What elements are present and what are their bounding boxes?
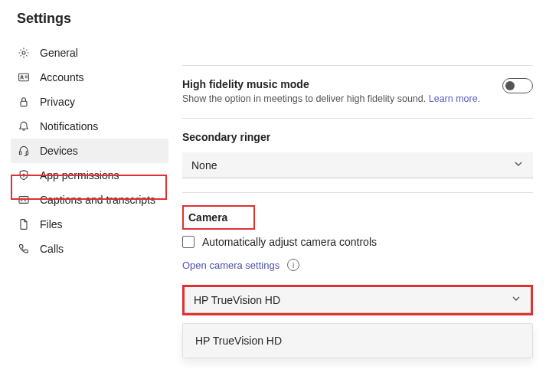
- section-secondary-ringer: Secondary ringer None: [182, 119, 533, 192]
- shield-key-icon: [17, 168, 31, 182]
- section-music-mode: High fidelity music mode Show the option…: [182, 66, 533, 118]
- sidebar-item-label: Notifications: [40, 120, 98, 132]
- sidebar-item-calls[interactable]: Calls: [11, 237, 168, 261]
- sidebar-item-label: General: [40, 47, 78, 59]
- camera-select[interactable]: HP TrueVision HD: [185, 287, 531, 313]
- sidebar-item-privacy[interactable]: Privacy: [11, 90, 168, 114]
- camera-select-value: HP TrueVision HD: [194, 294, 280, 306]
- info-icon[interactable]: i: [287, 259, 299, 271]
- sidebar-item-accounts[interactable]: Accounts: [11, 65, 168, 90]
- svg-point-0: [22, 51, 25, 54]
- phone-icon: [17, 242, 31, 256]
- open-camera-settings-link[interactable]: Open camera settings: [182, 260, 280, 271]
- headset-icon: [17, 144, 31, 158]
- secondary-ringer-select[interactable]: None: [182, 152, 533, 178]
- file-icon: [17, 217, 31, 231]
- svg-point-6: [23, 174, 25, 175]
- gear-icon: [17, 46, 31, 60]
- chevron-down-icon: [511, 293, 521, 306]
- sidebar: General Accounts Privacy Notifications D…: [0, 34, 168, 392]
- id-card-icon: [17, 70, 31, 84]
- sidebar-item-app-permissions[interactable]: App permissions: [11, 163, 168, 188]
- checkbox-icon[interactable]: [182, 236, 195, 248]
- music-mode-desc: Show the option in meetings to deliver h…: [182, 93, 480, 104]
- section-camera: Camera Automatically adjust camera contr…: [182, 193, 533, 372]
- svg-rect-4: [19, 152, 21, 155]
- chevron-down-icon: [513, 158, 524, 172]
- sidebar-item-files[interactable]: Files: [11, 212, 168, 237]
- secondary-ringer-value: None: [191, 159, 217, 172]
- music-mode-toggle[interactable]: [502, 78, 533, 93]
- highlight-camera-select: HP TrueVision HD: [182, 285, 533, 315]
- music-mode-title: High fidelity music mode: [182, 78, 309, 90]
- camera-title: Camera: [188, 211, 227, 224]
- svg-rect-1: [19, 74, 29, 81]
- camera-option[interactable]: HP TrueVision HD: [183, 324, 532, 358]
- sidebar-item-label: Files: [40, 218, 63, 230]
- camera-select-dropdown: HP TrueVision HD: [182, 323, 533, 358]
- svg-point-2: [21, 76, 23, 78]
- sidebar-item-label: Accounts: [40, 71, 84, 83]
- sidebar-item-label: Calls: [40, 243, 64, 255]
- bell-icon: [17, 119, 31, 133]
- sidebar-item-captions[interactable]: Captions and transcripts: [11, 188, 168, 212]
- learn-more-link[interactable]: Learn more.: [429, 93, 480, 104]
- page-title: Settings: [17, 11, 542, 27]
- sidebar-item-general[interactable]: General: [11, 41, 168, 65]
- sidebar-item-devices[interactable]: Devices: [11, 139, 168, 163]
- sidebar-item-label: App permissions: [40, 169, 119, 181]
- sidebar-item-label: Privacy: [40, 96, 75, 108]
- secondary-ringer-title: Secondary ringer: [182, 131, 270, 143]
- svg-rect-3: [21, 101, 27, 106]
- toggle-knob: [505, 81, 515, 90]
- sidebar-item-label: Devices: [40, 145, 78, 157]
- settings-header: Settings: [0, 0, 559, 34]
- auto-adjust-row[interactable]: Automatically adjust camera controls: [182, 236, 533, 248]
- sidebar-item-notifications[interactable]: Notifications: [11, 114, 168, 139]
- lock-icon: [17, 95, 31, 109]
- cc-icon: [17, 193, 31, 207]
- svg-rect-5: [26, 152, 28, 155]
- sidebar-item-label: Captions and transcripts: [40, 194, 155, 206]
- highlight-camera-title: Camera: [182, 205, 255, 230]
- auto-adjust-label: Automatically adjust camera controls: [202, 236, 377, 248]
- main-panel: High fidelity music mode Show the option…: [168, 34, 559, 392]
